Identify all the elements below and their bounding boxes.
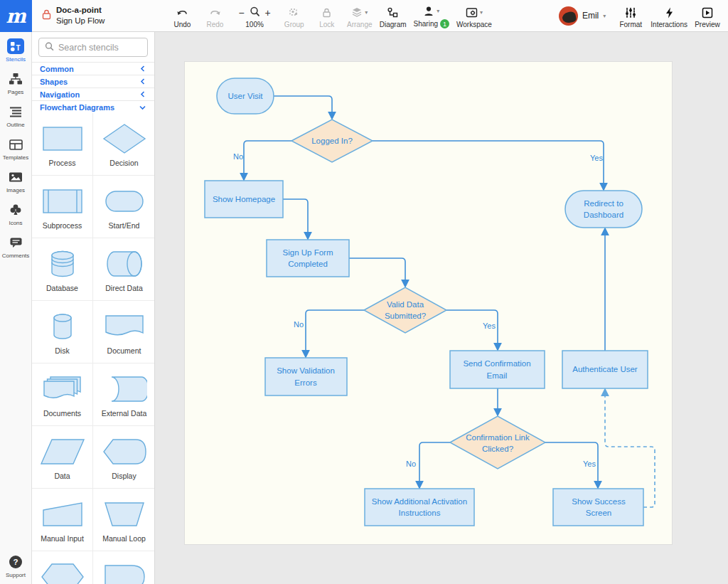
flowchart-svg: No Yes No Yes No Yes <box>185 62 672 544</box>
node-redirect-to-dashboard[interactable] <box>565 191 642 228</box>
undo-button[interactable]: Undo <box>166 0 198 31</box>
edge-uservisit-loggedin[interactable] <box>274 96 332 119</box>
stencil-item-label: Manual Loop <box>102 534 146 543</box>
zoom-level[interactable]: 100% <box>245 21 264 28</box>
edge-validdata-yes-confirmation[interactable] <box>446 310 498 350</box>
node-send-confirmation-email[interactable] <box>450 351 545 388</box>
rail-item-comments[interactable]: Comments <box>2 235 30 259</box>
artboard[interactable]: No Yes No Yes No Yes User Visit Logged I… <box>185 62 672 544</box>
zoom-out-button[interactable]: − <box>238 8 244 18</box>
stencil-item-decision[interactable]: Decision <box>93 113 155 176</box>
node-valid-data-submitted[interactable] <box>364 287 446 333</box>
category-flowchart-diagrams[interactable]: Flowchart Diagrams <box>32 100 154 113</box>
rail-item-templates[interactable]: Templates <box>3 137 28 161</box>
arrange-layers-icon: ▾ <box>351 6 368 18</box>
node-signup-form-completed[interactable] <box>267 240 349 277</box>
edge-label-yes: Yes <box>483 322 496 330</box>
node-authenticate-user[interactable] <box>562 351 648 388</box>
document-info[interactable]: Doc-a-point Sign Up Flow <box>32 0 114 31</box>
arrange-button[interactable]: ▾ Arrange <box>343 0 376 31</box>
edge-linkclicked-no-instructions[interactable] <box>419 442 450 488</box>
diagram-button[interactable]: Diagram <box>376 0 410 31</box>
delay-shape-icon <box>102 561 147 584</box>
stencil-item-label: Manual Input <box>41 534 84 543</box>
chevron-left-icon <box>140 78 146 86</box>
stencil-item-documents[interactable]: Documents <box>32 363 93 426</box>
search-icon <box>45 42 54 53</box>
stencil-item-disk[interactable]: Disk <box>32 301 93 363</box>
lock-button[interactable]: Lock <box>311 0 343 31</box>
data-shape-icon <box>40 435 85 468</box>
rail-item-outline[interactable]: Outline <box>6 104 24 128</box>
stencil-item-data[interactable]: Data <box>32 426 93 489</box>
manualloop-shape-icon <box>102 498 147 531</box>
zoom-in-button[interactable]: + <box>265 8 271 18</box>
outline-icon <box>7 104 24 120</box>
stencil-item-display[interactable]: Display <box>93 426 155 489</box>
chevron-down-icon <box>139 103 146 112</box>
club-icon <box>7 202 24 218</box>
stencil-item-document[interactable]: Document <box>93 301 155 363</box>
rail-item-pages[interactable]: Pages <box>7 71 24 95</box>
comments-icon <box>7 235 24 250</box>
stencil-search-input[interactable]: Search stencils <box>38 38 148 57</box>
redo-button[interactable]: Redo <box>198 0 231 31</box>
node-show-success-screen[interactable] <box>553 489 643 526</box>
subprocess-shape-icon <box>40 185 85 218</box>
stencil-item-directdata[interactable]: Direct Data <box>93 238 155 301</box>
sharing-caret-icon: ▾ <box>437 8 439 14</box>
workspace-button[interactable]: ▾ Workspace <box>453 0 496 31</box>
stencil-item-label: External Data <box>102 409 147 418</box>
stencil-item-startend[interactable]: Start/End <box>93 176 155 238</box>
edge-signupform-validdata[interactable] <box>349 258 405 287</box>
preview-button[interactable]: Preview <box>691 0 724 31</box>
edge-label-no: No <box>406 460 416 468</box>
node-show-homepage[interactable] <box>205 181 283 218</box>
redo-icon <box>209 6 221 18</box>
edge-loggedin-yes-dashboard[interactable] <box>373 141 604 190</box>
user-menu[interactable]: Emil ▾ <box>550 0 614 31</box>
stencil-item-label: Data <box>54 472 70 480</box>
stencil-item-preparation[interactable] <box>32 551 93 584</box>
sharing-button[interactable]: ▾ Sharing1 <box>410 0 453 31</box>
node-show-additional-instructions[interactable] <box>365 489 474 526</box>
category-navigation[interactable]: Navigation <box>32 87 154 100</box>
category-shapes[interactable]: Shapes <box>32 75 154 87</box>
node-user-visit[interactable] <box>217 78 274 114</box>
stencil-item-label: Start/End <box>109 221 140 230</box>
zoom-control: − + 100% <box>231 0 277 31</box>
interactions-button[interactable]: Interactions <box>647 0 691 31</box>
svg-text:?: ? <box>13 558 18 566</box>
rail-item-icons[interactable]: Icons <box>7 202 24 226</box>
group-button[interactable]: Group <box>278 0 311 31</box>
stencil-item-database[interactable]: Database <box>32 238 93 301</box>
stencil-item-manualinput[interactable]: Manual Input <box>32 489 93 551</box>
stencil-item-delay[interactable] <box>93 551 155 584</box>
stencil-item-process[interactable]: Process <box>32 113 93 176</box>
canvas-workspace[interactable]: No Yes No Yes No Yes User Visit Logged I… <box>155 32 728 584</box>
edge-validdata-no-validation[interactable] <box>306 310 364 357</box>
stencil-item-externaldata[interactable]: External Data <box>93 363 155 426</box>
edge-homepage-signupform[interactable] <box>283 199 308 239</box>
stencil-item-label: Display <box>112 472 136 480</box>
workspace-icon: ▾ <box>466 6 483 18</box>
edge-loggedin-no-homepage[interactable] <box>244 141 291 180</box>
rail-item-support[interactable]: ? Support <box>6 554 26 578</box>
edge-label-yes: Yes <box>583 460 596 468</box>
stencil-item-manualloop[interactable]: Manual Loop <box>93 489 155 551</box>
rail-item-images[interactable]: Images <box>6 169 25 193</box>
arrange-caret-icon: ▾ <box>365 9 368 16</box>
node-show-validation-errors[interactable] <box>265 358 347 395</box>
diagram-icon <box>387 6 399 18</box>
node-logged-in[interactable] <box>291 120 373 162</box>
format-button[interactable]: Format <box>614 0 647 31</box>
workspace-caret-icon: ▾ <box>480 9 483 16</box>
images-icon <box>7 169 24 185</box>
app-logo[interactable]: m <box>0 0 32 32</box>
stencil-item-subprocess[interactable]: Subprocess <box>32 176 93 238</box>
node-confirmation-link-clicked[interactable] <box>450 416 545 469</box>
process-shape-icon <box>40 122 85 155</box>
document-shape-icon <box>102 310 147 343</box>
rail-item-stencils[interactable]: T Stencils <box>6 38 26 63</box>
category-common[interactable]: Common <box>32 62 154 75</box>
